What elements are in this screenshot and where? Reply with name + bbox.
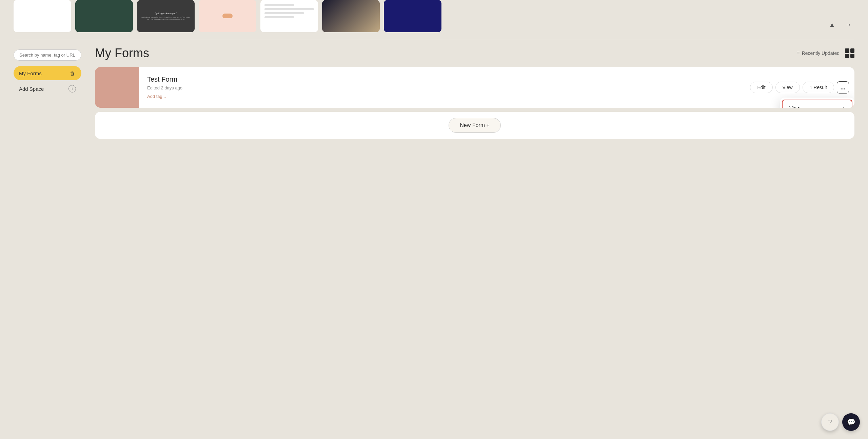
- content-header: My Forms ≡ Recently Updated: [95, 46, 854, 60]
- sidebar-item-add-space[interactable]: Add Space +: [14, 82, 81, 96]
- sidebar-item-label-add-space: Add Space: [19, 86, 44, 92]
- template-card-photo[interactable]: [322, 0, 380, 32]
- sort-button[interactable]: ≡ Recently Updated: [796, 50, 840, 56]
- dropdown-item-view[interactable]: View ↗: [782, 100, 852, 108]
- new-form-card: New Form +: [95, 112, 854, 139]
- form-lines: [260, 0, 318, 24]
- results-button[interactable]: 1 Result: [803, 82, 834, 93]
- form-name: Test Form: [147, 76, 742, 83]
- sidebar-item-my-forms[interactable]: My Forms: [14, 66, 81, 80]
- sub-text: get to know yourself and your brand like…: [140, 16, 192, 20]
- template-card-dark-teal[interactable]: [75, 0, 133, 32]
- template-card-white-form[interactable]: [260, 0, 318, 32]
- add-tag-link[interactable]: Add tag...: [147, 94, 166, 99]
- form-actions: Edit View 1 Result ...: [750, 81, 854, 93]
- main-content: My Forms Add Space + My Forms ≡ Recently…: [0, 39, 868, 243]
- trash-icon: [68, 69, 76, 77]
- view-button[interactable]: View: [775, 82, 800, 93]
- edit-button[interactable]: Edit: [750, 82, 772, 93]
- content-area: My Forms ≡ Recently Updated Test Form Ed…: [88, 46, 854, 229]
- sort-icon: ≡: [796, 50, 800, 56]
- dropdown-menu: View ↗ Edit ✏ Submissions ≡ Make a copy …: [780, 98, 854, 108]
- more-options-button[interactable]: ...: [837, 81, 849, 93]
- nav-arrows: ▲ →: [826, 19, 854, 31]
- template-card-white[interactable]: [14, 0, 71, 32]
- form-thumbnail: [95, 67, 139, 108]
- form-edited-date: Edited 2 days ago: [147, 85, 742, 90]
- new-form-button[interactable]: New Form +: [449, 118, 501, 133]
- grid-view-icon[interactable]: [845, 48, 854, 58]
- bottom-right-buttons: ? 💬: [821, 413, 860, 431]
- help-button[interactable]: ?: [821, 413, 839, 431]
- quote-text: "getting to know you": [155, 12, 177, 15]
- search-input[interactable]: [14, 49, 81, 61]
- form-info: Test Form Edited 2 days ago Add tag...: [139, 69, 750, 106]
- chat-button[interactable]: 💬: [842, 413, 860, 431]
- plus-circle-icon: +: [68, 85, 76, 92]
- sort-label: Recently Updated: [802, 50, 840, 56]
- template-card-charcoal[interactable]: "getting to know you" get to know yourse…: [137, 0, 195, 32]
- template-card-blue-form[interactable]: [384, 0, 441, 32]
- sidebar-item-label-my-forms: My Forms: [19, 70, 42, 76]
- next-arrow[interactable]: →: [842, 19, 854, 31]
- view-external-icon: ↗: [841, 105, 845, 108]
- template-strip: "getting to know you" get to know yourse…: [0, 0, 868, 39]
- form-card-test-form: Test Form Edited 2 days ago Add tag... E…: [95, 67, 854, 108]
- sidebar: My Forms Add Space +: [14, 46, 88, 229]
- page-title: My Forms: [95, 46, 149, 60]
- prev-arrow[interactable]: ▲: [826, 19, 838, 31]
- header-right: ≡ Recently Updated: [796, 48, 854, 58]
- template-card-peach[interactable]: [199, 0, 256, 32]
- dropdown-label-view: View: [789, 105, 800, 108]
- peach-toggle: [222, 14, 233, 18]
